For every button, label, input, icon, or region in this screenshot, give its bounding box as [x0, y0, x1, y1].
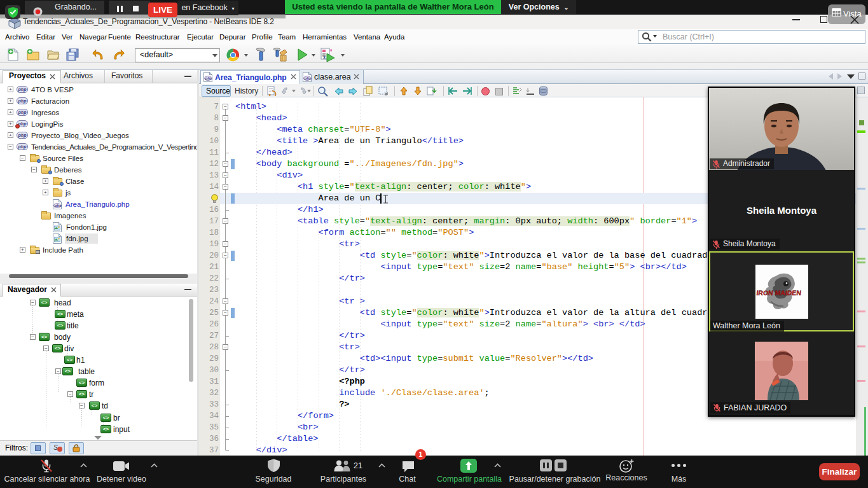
svg-text:php: php — [205, 76, 212, 80]
svg-text:IRON MAIDEN: IRON MAIDEN — [756, 289, 802, 296]
svg-text:3: 3 — [323, 55, 326, 60]
svg-text:php: php — [304, 76, 312, 80]
svg-text:php: php — [54, 204, 62, 207]
